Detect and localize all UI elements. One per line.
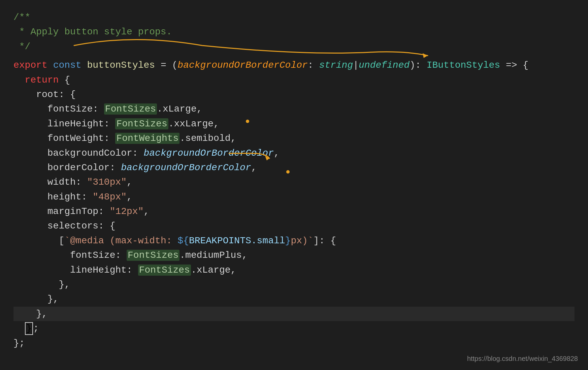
bgcolor-ref: backgroundOrBorderColor (143, 148, 273, 158)
bordercolor-ref: backgroundOrBorderColor (121, 162, 251, 173)
selectors-line: selectors: { (13, 219, 575, 233)
export-close: }; (13, 336, 575, 350)
export-line: export const buttonStyles = (backgroundO… (13, 58, 575, 72)
media-query: `@media (max-width: (64, 236, 177, 246)
root-close: }, (13, 307, 575, 321)
bgcolor-line: backgroundColor: backgroundOrBorderColor… (13, 146, 575, 160)
code-editor: /** * Apply button style props. */ expor… (0, 0, 588, 361)
param-name: backgroundOrBorderColor (177, 60, 307, 70)
dollar-sign: ${ (177, 236, 189, 246)
fontsize-ref: FontSizes (104, 103, 157, 115)
fn-name: buttonStyles (87, 60, 155, 70)
media-close: }, (13, 277, 575, 292)
comment-line-1: /** (13, 10, 575, 25)
lineheight-ref: FontSizes (115, 118, 168, 129)
watermark: https://blog.csdn.net/weixin_4369828 (467, 353, 578, 364)
margintop-value: "12px" (110, 206, 144, 217)
media-lineheight-ref: FontSizes (138, 265, 191, 276)
selectors-close: }, (13, 292, 575, 306)
keyword-export: export (13, 60, 47, 70)
width-value: "310px" (87, 177, 127, 187)
bordercolor-line: borderColor: backgroundOrBorderColor, (13, 160, 575, 175)
margintop-line: marginTop: "12px", (13, 204, 575, 219)
comment-line-3: */ (13, 39, 575, 54)
comment-line-2: * Apply button style props. (13, 25, 575, 39)
height-value: "48px" (93, 192, 127, 202)
type-undefined: undefined (359, 60, 410, 70)
height-line: height: "48px", (13, 190, 575, 204)
lineheight-line: lineHeight: FontSizes.xxLarge, (13, 117, 575, 131)
return-close: }; (13, 321, 575, 336)
media-query-end: px)` (291, 236, 313, 246)
width-line: width: "310px", (13, 175, 575, 189)
interface-name: IButtonStyles (427, 60, 500, 70)
return-line: return { (13, 73, 575, 87)
type-string: string (319, 60, 353, 70)
media-fontsize-line: fontSize: FontSizes.mediumPlus, (13, 248, 575, 263)
breakpoint-ref: BREAKPOINTS.small (189, 236, 285, 246)
fontweight-line: fontWeight: FontWeights.semibold, (13, 131, 575, 146)
root-line: root: { (13, 87, 575, 102)
keyword-const: const (53, 60, 81, 70)
dollar-close: } (285, 236, 291, 246)
fontsize-line: fontSize: FontSizes.xLarge, (13, 102, 575, 116)
keyword-return: return (25, 75, 59, 85)
media-line: [`@media (max-width: ${BREAKPOINTS.small… (13, 234, 575, 248)
media-fontsize-ref: FontSizes (127, 250, 179, 261)
media-lineheight-line: lineHeight: FontSizes.xLarge, (13, 263, 575, 277)
fontweight-ref: FontWeights (115, 133, 179, 144)
